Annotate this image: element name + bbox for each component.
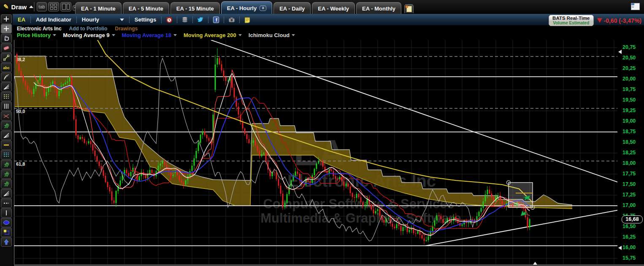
window-tab-bar: ✎ Draw tab EA - 1 MinuteEA - 5 MinuteEA … [0, 0, 644, 14]
horizontal-dashed-tool[interactable] [1, 199, 12, 208]
axis-label: 20,75 [622, 44, 636, 50]
pitchfork-modified-tool[interactable] [1, 160, 12, 169]
arrow-marker-tool-icon [3, 238, 10, 246]
crosshair-tool[interactable] [1, 24, 12, 33]
tab-ea-monthly[interactable]: EA - Monthly [356, 2, 401, 14]
svg-text:abc: abc [3, 66, 10, 70]
trendline-tool-icon [3, 141, 10, 149]
window-icon[interactable] [631, 3, 640, 10]
tab-label: EA - Daily [279, 5, 305, 12]
drawings-link[interactable]: Drawings [115, 26, 138, 32]
axis-label: 19,75 [622, 86, 636, 92]
chevron-down-icon [173, 34, 177, 36]
tab-label: EA - Monthly [362, 5, 395, 12]
arc-tool[interactable] [1, 73, 12, 82]
drawing-tools-sidebar: abc [0, 14, 13, 266]
time-zones-tool-icon [3, 102, 10, 110]
tab-key-button[interactable]: tab [37, 2, 47, 11]
indicator-ichimoku-cloud[interactable]: Ichimoku Cloud [249, 32, 295, 38]
tab-label: EA - Weekly [318, 5, 349, 12]
quote-area: BATS Real-Time Volume Estimated -0,60 (-… [549, 15, 641, 26]
axis-label: 17,00 [622, 202, 636, 208]
add-indicator-button[interactable]: Add Indicator [36, 16, 71, 23]
axis-label: 20,50 [622, 55, 636, 61]
vertical-line-tool[interactable] [1, 208, 12, 218]
new-page-icon [406, 6, 412, 12]
fan-lines-tool[interactable] [1, 189, 12, 198]
coins-icon[interactable] [181, 16, 189, 24]
indicator-moving-average-200[interactable]: Moving Average 200 [184, 32, 242, 38]
svg-text:61,8: 61,8 [16, 161, 25, 167]
add-to-portfolio-link[interactable]: Add to Portfolio [69, 26, 108, 32]
eraser-tool-icon [3, 44, 10, 52]
gann-fan-tool-icon [3, 132, 10, 139]
fib-extension-tool[interactable] [1, 150, 12, 159]
pitchfork-inside-tool[interactable] [1, 179, 12, 188]
layout-split-button[interactable] [60, 2, 71, 11]
tab-ea-15-minute[interactable]: EA - 15 Minute [170, 2, 220, 14]
axis-label: 17,50 [622, 181, 636, 187]
price-chart[interactable]: EAElectronic Arts IncComputer Software &… [14, 40, 617, 264]
fib-retracement-tool[interactable] [1, 92, 12, 101]
divider [34, 2, 35, 11]
tab-ea-hourly[interactable]: EA - HourlyX [221, 1, 272, 14]
notes-icon[interactable] [243, 16, 252, 24]
symbol-label[interactable]: EA [18, 16, 25, 23]
pan-hand-tool-icon [3, 35, 10, 42]
twitter-icon[interactable] [196, 16, 205, 24]
indicator-label: Moving Average 200 [184, 32, 236, 38]
new-tab-button[interactable] [404, 4, 414, 13]
cross-trend-tool[interactable] [1, 111, 12, 121]
axis-label: 19,25 [622, 107, 636, 113]
tab-label: EA - Hourly [227, 5, 257, 11]
settings-button[interactable]: Settings [135, 16, 156, 23]
eraser-tool[interactable] [1, 43, 12, 53]
last-price-bubble: 16,68 [622, 215, 643, 223]
draw-menu-button[interactable]: ✎ Draw [3, 2, 33, 12]
indicator-price-history[interactable]: Price History [17, 32, 56, 38]
tab-label: EA - 15 Minute [176, 5, 214, 12]
pan-hand-tool[interactable] [1, 34, 12, 43]
tab-ea-5-minute[interactable]: EA - 5 Minute [123, 2, 169, 14]
indicator-moving-average-18[interactable]: Moving Average 18 [122, 32, 177, 38]
horizontal-dashed-tool-icon [3, 199, 10, 207]
fib-extension-tool-icon [3, 151, 10, 159]
symbol-info-row: Electronic Arts Inc Add to Portfolio Dra… [17, 26, 138, 32]
svg-text:Multimedia & Graphics Software: Multimedia & Graphics Software [260, 211, 461, 226]
camera-icon[interactable] [227, 16, 236, 24]
svg-text:f: f [216, 17, 217, 22]
ellipse-tool[interactable] [1, 218, 12, 227]
segment-tool[interactable] [1, 53, 12, 62]
rectangle-tool[interactable] [1, 228, 12, 237]
time-zones-tool[interactable] [1, 102, 12, 111]
pitchfork-tool[interactable] [1, 121, 12, 130]
pointer-tool[interactable] [1, 14, 12, 24]
speed-fan-tool[interactable] [1, 82, 12, 91]
price-axis[interactable]: 20,7520,5020,2520,0019,7519,5019,2519,00… [617, 40, 644, 264]
time-scrollbar[interactable] [14, 264, 644, 266]
indicator-row: Price HistoryMoving Average 9Moving Aver… [17, 32, 295, 38]
tab-label: EA - 5 Minute [129, 5, 163, 12]
facebook-icon[interactable]: f [212, 16, 220, 24]
speed-fan-tool-icon [3, 83, 10, 91]
chevron-down-icon [292, 34, 295, 36]
pitchfork-schiff-tool[interactable] [1, 169, 12, 179]
draw-label: Draw [11, 3, 27, 11]
interval-select[interactable]: Hourly [82, 16, 124, 23]
arc-tool-icon [3, 73, 10, 81]
tab-ea-1-minute[interactable]: EA - 1 Minute [75, 2, 122, 14]
axis-label: 18,50 [622, 139, 636, 145]
text-note-tool[interactable]: abc [1, 63, 12, 72]
axis-label: 15,75 [622, 255, 636, 261]
close-tab-icon[interactable]: X [260, 5, 266, 11]
time-marker-icon [533, 262, 537, 265]
indicator-moving-average-9[interactable]: Moving Average 9 [63, 32, 115, 38]
tab-ea-weekly[interactable]: EA - Weekly [312, 2, 355, 14]
tab-ea-daily[interactable]: EA - Daily [273, 2, 311, 14]
alarm-icon[interactable] [165, 16, 173, 24]
arrow-marker-tool[interactable] [1, 237, 12, 247]
trendline-tool[interactable] [1, 140, 12, 150]
gann-fan-tool[interactable] [1, 131, 12, 140]
fib-retracement-tool-icon [3, 93, 10, 100]
layout-grid-button[interactable] [48, 2, 59, 11]
